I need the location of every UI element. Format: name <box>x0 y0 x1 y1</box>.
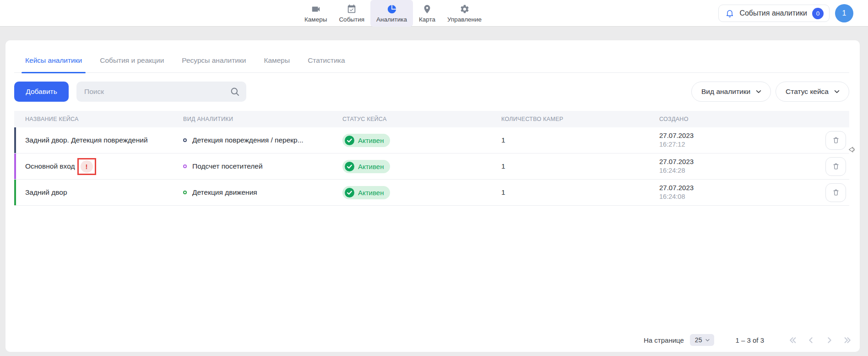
analytics-type-cell: Детекция повреждения / перекр... <box>172 136 331 144</box>
table-row[interactable]: Задний двор Детекция движения Активен 1 … <box>14 180 849 206</box>
add-button[interactable]: Добавить <box>14 82 69 102</box>
row-color-stripe <box>14 153 16 179</box>
toolbar: Добавить Вид аналитики Статус кейса <box>14 82 849 102</box>
col-header-created: СОЗДАНО <box>648 116 825 122</box>
nav-item-cameras[interactable]: Камеры <box>298 0 333 27</box>
created-cell: 27.07.2023 16:24:28 <box>648 157 825 175</box>
last-page-button[interactable] <box>844 336 852 344</box>
created-date: 27.07.2023 <box>659 157 825 166</box>
filter-case-status[interactable]: Статус кейса <box>776 82 849 102</box>
actions-cell <box>825 131 849 150</box>
nav-label: Управление <box>447 16 482 23</box>
trash-icon <box>832 162 840 170</box>
status-label: Активен <box>358 163 384 170</box>
status-badge: Активен <box>342 160 390 173</box>
status-label: Активен <box>358 137 384 144</box>
tab-analytics-resources[interactable]: Ресурсы аналитики <box>182 45 246 72</box>
filter-label: Статус кейса <box>786 88 829 96</box>
nav-item-events[interactable]: События <box>333 0 370 27</box>
pie-chart-icon <box>387 4 397 14</box>
table-header-row: НАЗВАНИЕ КЕЙСА ВИД АНАЛИТИКИ СТАТУС КЕЙС… <box>14 111 849 127</box>
tab-events-reactions[interactable]: События и реакции <box>100 45 164 72</box>
delete-case-button[interactable] <box>825 183 846 202</box>
nav-item-analytics[interactable]: Аналитика <box>370 0 413 27</box>
col-header-analytics-type: ВИД АНАЛИТИКИ <box>172 116 331 122</box>
chevron-down-icon <box>755 88 762 95</box>
nav-item-map[interactable]: Карта <box>413 0 441 27</box>
alert-highlight-box: ! <box>77 158 96 175</box>
tab-cameras[interactable]: Камеры <box>264 45 290 72</box>
table-row[interactable]: Задний двор. Детекция повреждений Детекц… <box>14 127 849 153</box>
status-badge: Активен <box>342 134 390 147</box>
nav-item-management[interactable]: Управление <box>441 0 488 27</box>
delete-case-button[interactable] <box>825 157 846 176</box>
warning-exclamation-icon: ! <box>81 160 93 173</box>
search-box <box>76 82 246 102</box>
per-page-select[interactable]: 25 <box>690 334 715 346</box>
status-label: Активен <box>358 189 384 197</box>
mouse-cursor <box>848 146 855 153</box>
camera-icon <box>311 4 321 14</box>
actions-cell <box>825 157 849 176</box>
double-chevron-right-icon <box>844 336 852 344</box>
created-cell: 27.07.2023 16:27:12 <box>648 131 825 149</box>
trash-icon <box>832 188 840 197</box>
user-avatar[interactable]: 1 <box>835 4 853 22</box>
delete-case-button[interactable] <box>825 131 846 150</box>
status-badge: Активен <box>342 186 390 199</box>
pager-controls <box>789 336 852 344</box>
trash-icon <box>832 136 840 144</box>
check-circle-icon <box>345 136 354 145</box>
created-date: 27.07.2023 <box>659 131 825 140</box>
notifications-count-badge: 0 <box>812 8 824 19</box>
case-status-cell: Активен <box>331 160 490 173</box>
check-circle-icon <box>345 162 354 171</box>
analytics-type-cell: Подсчет посетителей <box>172 162 331 170</box>
tab-statistics[interactable]: Статистика <box>308 45 345 72</box>
analytics-cases-page: { "colors": { "accent_blue": "#3566f2", … <box>0 0 868 356</box>
tab-analytics-cases[interactable]: Кейсы аналитики <box>25 45 82 72</box>
filters: Вид аналитики Статус кейса <box>691 82 849 102</box>
analytics-type-ring-icon <box>183 191 187 194</box>
first-page-button[interactable] <box>789 336 797 344</box>
analytics-cases-card: Кейсы аналитики События и реакции Ресурс… <box>5 40 860 352</box>
case-name-cell: Задний двор <box>14 188 172 197</box>
analytics-type-ring-icon <box>183 138 187 142</box>
case-name: Задний двор. Детекция повреждений <box>25 136 148 144</box>
actions-cell <box>825 183 849 202</box>
map-pin-icon <box>422 4 432 14</box>
camera-count-cell: 1 <box>490 188 648 197</box>
per-page-label: На странице <box>644 336 684 344</box>
case-status-cell: Активен <box>331 186 490 199</box>
pagination-range: 1 – 3 of 3 <box>735 336 764 344</box>
nav-label: Аналитика <box>376 16 407 23</box>
chevron-right-icon <box>825 336 833 344</box>
chevron-down-icon <box>705 338 710 343</box>
analytics-events-button[interactable]: События аналитики 0 <box>718 5 830 22</box>
analytics-type: Подсчет посетителей <box>192 162 263 170</box>
check-circle-icon <box>345 188 354 197</box>
case-name-cell: Основной вход ! <box>14 158 172 175</box>
analytics-type: Детекция повреждения / перекр... <box>192 136 304 144</box>
table-row[interactable]: Основной вход ! Подсчет посетителей Акти… <box>14 153 849 180</box>
camera-count-cell: 1 <box>490 136 648 144</box>
next-page-button[interactable] <box>825 336 833 344</box>
nav-label: Камеры <box>304 16 327 23</box>
cases-table: НАЗВАНИЕ КЕЙСА ВИД АНАЛИТИКИ СТАТУС КЕЙС… <box>14 111 849 206</box>
case-status-cell: Активен <box>331 134 490 147</box>
search-icon <box>230 87 239 96</box>
col-header-case-status: СТАТУС КЕЙСА <box>331 116 490 122</box>
analytics-events-label: События аналитики <box>739 9 807 17</box>
pagination: На странице 25 1 – 3 of 3 <box>644 334 852 346</box>
created-date: 27.07.2023 <box>659 183 825 192</box>
analytics-type-cell: Детекция движения <box>172 188 331 197</box>
row-color-stripe <box>14 180 16 205</box>
created-time: 16:24:28 <box>659 166 825 175</box>
filter-analytics-type[interactable]: Вид аналитики <box>691 82 771 102</box>
double-chevron-left-icon <box>789 336 797 344</box>
created-cell: 27.07.2023 16:24:08 <box>648 183 825 202</box>
per-page-value: 25 <box>695 336 702 344</box>
top-bar: Камеры События Аналитика Карта Управлени… <box>0 0 868 27</box>
previous-page-button[interactable] <box>807 336 815 344</box>
search-input[interactable] <box>84 88 230 96</box>
